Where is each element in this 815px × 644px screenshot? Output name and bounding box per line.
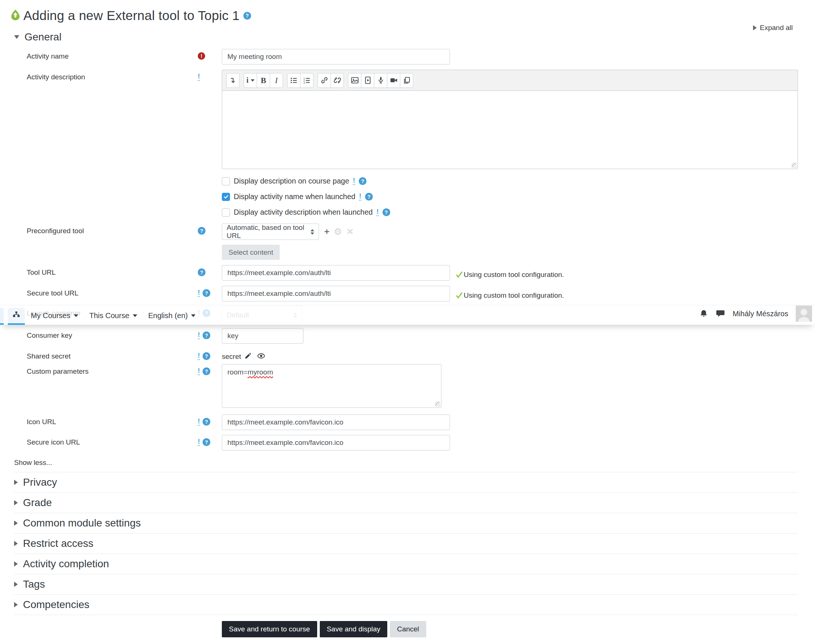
section-common-module-settings[interactable]: Common module settings — [14, 513, 798, 533]
row-activity-description: Activity description ! i B I — [27, 70, 798, 169]
display-activity-name-checkbox[interactable] — [222, 193, 230, 201]
add-tool-icon[interactable]: + — [324, 227, 329, 237]
row-icon-url: Icon URL !? — [27, 414, 798, 430]
chat-icon[interactable] — [716, 309, 725, 318]
advanced-icon: ! — [198, 73, 200, 81]
section-tags[interactable]: Tags — [14, 574, 798, 594]
cancel-button[interactable]: Cancel — [390, 621, 426, 637]
bold-icon[interactable]: B — [257, 73, 270, 88]
preconfigured-tool-label: Preconfigured tool — [27, 224, 198, 235]
help-icon[interactable]: ? — [365, 193, 373, 201]
unordered-list-icon[interactable] — [287, 73, 300, 88]
editor-content-area[interactable] — [222, 90, 798, 169]
row-activity-name: Activity name ! — [27, 49, 798, 64]
help-icon[interactable]: ? — [198, 227, 206, 235]
activity-name-label: Activity name — [27, 49, 198, 60]
custom-parameters-input[interactable]: room=myroom — [222, 364, 441, 408]
tool-url-status: Using custom tool configuration. — [455, 265, 564, 281]
nav-sitemap-tab[interactable] — [8, 308, 25, 325]
paragraph-style-icon[interactable]: i — [244, 73, 257, 88]
form-actions: Save and return to course Save and displ… — [14, 615, 798, 637]
advanced-icon: ! — [198, 367, 200, 375]
section-competencies[interactable]: Competencies — [14, 594, 798, 615]
italic-icon[interactable]: I — [270, 73, 283, 88]
help-icon[interactable]: ? — [243, 12, 251, 20]
resize-handle[interactable] — [792, 163, 797, 168]
show-less-link[interactable]: Show less... — [14, 458, 798, 472]
expand-all-link[interactable]: Expand all — [753, 24, 793, 32]
page-header: Adding a new External tool to Topic 1 ? — [0, 0, 815, 23]
record-video-icon[interactable] — [387, 73, 400, 88]
insert-media-icon[interactable] — [361, 73, 374, 88]
nav-this-course[interactable]: This Course — [89, 311, 137, 320]
chevron-down-icon — [14, 35, 19, 39]
consumer-key-input[interactable] — [222, 328, 303, 344]
svg-text:3: 3 — [303, 81, 305, 84]
page-title: Adding a new External tool to Topic 1 — [23, 8, 240, 23]
manage-files-icon[interactable] — [400, 73, 413, 88]
chevron-right-icon — [14, 541, 18, 546]
icon-url-label: Icon URL — [27, 414, 198, 426]
help-icon[interactable]: ? — [203, 367, 210, 375]
display-activity-description-checkbox[interactable] — [222, 209, 230, 216]
select-content-button[interactable]: Select content — [222, 245, 280, 260]
tool-url-label: Tool URL — [27, 265, 198, 277]
resize-handle[interactable] — [435, 402, 440, 407]
bell-icon[interactable] — [699, 309, 708, 318]
checkbox-label: Display activity description when launch… — [234, 208, 373, 216]
unlink-icon[interactable] — [331, 73, 344, 88]
shared-secret-value: secret — [222, 353, 241, 361]
icon-url-input[interactable] — [222, 414, 450, 430]
display-description-checkbox[interactable] — [222, 177, 230, 186]
help-icon[interactable]: ? — [203, 438, 210, 446]
record-audio-icon[interactable] — [374, 73, 387, 88]
help-icon[interactable]: ? — [203, 352, 210, 360]
required-icon: ! — [198, 52, 205, 60]
top-navbar: My Courses This Course English (en) Mihá… — [0, 305, 815, 325]
eye-icon[interactable] — [257, 353, 265, 361]
section-restrict-access[interactable]: Restrict access — [14, 533, 798, 554]
ordered-list-icon[interactable]: 123 — [300, 73, 314, 88]
checkbox-row-display-activity-name: Display activity name when launched ! ? — [222, 192, 798, 201]
section-general-header[interactable]: General — [14, 31, 798, 43]
rich-text-editor: i B I 123 — [222, 70, 798, 169]
secure-icon-url-input[interactable] — [222, 435, 450, 451]
section-privacy[interactable]: Privacy — [14, 472, 798, 492]
row-tool-url: Tool URL ? Using custom tool configurati… — [27, 265, 798, 281]
tool-url-input[interactable] — [222, 265, 450, 281]
help-icon[interactable]: ? — [383, 209, 390, 216]
row-secure-tool-url: Secure tool URL !? Using custom tool con… — [27, 286, 798, 301]
advanced-icon: ! — [353, 177, 355, 185]
chevron-down-icon — [74, 314, 78, 317]
help-icon[interactable]: ? — [203, 289, 210, 297]
section-grade[interactable]: Grade — [14, 492, 798, 513]
section-activity-completion[interactable]: Activity completion — [14, 554, 798, 574]
nav-my-courses[interactable]: My Courses — [31, 311, 78, 320]
activity-name-input[interactable] — [222, 49, 450, 64]
help-icon[interactable]: ? — [198, 268, 206, 276]
checkbox-label: Display description on course page — [234, 177, 349, 186]
chevron-right-icon — [14, 602, 18, 607]
avatar[interactable] — [796, 305, 812, 322]
collapse-toolbar-icon[interactable] — [226, 73, 240, 88]
advanced-icon: ! — [198, 438, 200, 446]
preconfigured-tool-select[interactable]: Automatic, based on tool URL — [222, 224, 319, 240]
insert-image-icon[interactable] — [348, 73, 361, 88]
secure-tool-url-input[interactable] — [222, 286, 450, 301]
chevron-right-icon — [753, 25, 757, 31]
save-and-display-button[interactable]: Save and display — [320, 621, 388, 637]
help-icon[interactable]: ? — [203, 418, 210, 426]
external-tool-icon — [11, 10, 20, 22]
sitemap-icon — [12, 310, 21, 321]
chevron-down-icon — [133, 314, 137, 317]
chevron-right-icon — [14, 500, 18, 505]
edit-pencil-icon[interactable] — [244, 352, 252, 361]
shared-secret-label: Shared secret — [27, 349, 198, 360]
link-icon[interactable] — [318, 73, 331, 88]
save-and-return-button[interactable]: Save and return to course — [222, 621, 317, 637]
nav-drawer-toggle[interactable] — [0, 308, 4, 325]
help-icon[interactable]: ? — [203, 331, 210, 339]
help-icon[interactable]: ? — [359, 177, 366, 185]
nav-language[interactable]: English (en) — [148, 311, 196, 320]
chevron-right-icon — [14, 561, 18, 566]
